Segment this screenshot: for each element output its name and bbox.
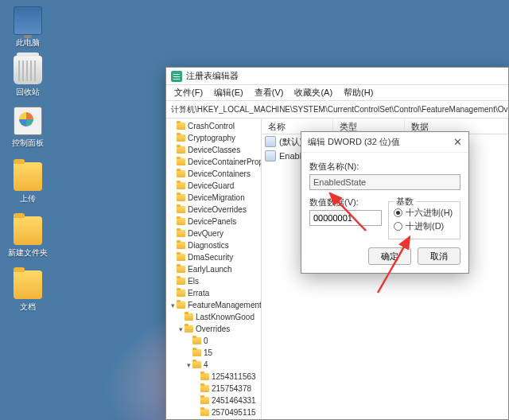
radio-dec[interactable]: 十进制(D) [394,220,455,232]
tree-item[interactable]: ▾4 [166,359,261,371]
desktop-icon-label: 文档 [8,301,48,313]
radio-dec-label: 十进制(D) [406,220,444,232]
tree-item[interactable]: DmaSecurity [166,251,261,263]
tree-label: FeatureManagement [188,301,262,309]
base-legend: 基数 [394,196,416,208]
value-data-label: 数值数据(V): [309,196,382,208]
folder-icon [177,206,185,213]
tree-label: 215754378 [212,384,251,393]
folder-icon [200,409,209,416]
tree-label: 1254311563 [212,372,256,381]
tree-item[interactable]: DeviceMigration [166,192,261,204]
tree-item[interactable]: DeviceClasses [166,144,261,156]
expand-icon[interactable]: ▾ [177,325,185,333]
tree-item[interactable]: DeviceOverrides [166,204,261,216]
registry-tree[interactable]: CrashControlCryptographyDeviceClassesDev… [166,119,262,419]
folder-icon [177,254,185,261]
string-value-icon [265,136,276,147]
window-titlebar[interactable]: 注册表编辑器 [166,68,508,85]
value-data-field[interactable] [309,210,382,226]
tree-item[interactable]: DeviceGuard [166,180,261,192]
tree-label: Errata [188,289,209,298]
tree-label: DeviceOverrides [188,205,247,214]
tree-item[interactable]: CrashControl [166,120,261,132]
pc-icon [14,6,42,35]
dword-value-icon [265,150,276,161]
tree-item[interactable]: DevicePanels [166,216,261,228]
tree-item[interactable]: LastKnownGood [166,311,261,323]
tree-item[interactable]: 0 [166,335,261,347]
cancel-button[interactable]: 取消 [418,247,460,265]
tree-label: DeviceClasses [188,146,240,154]
edit-dword-dialog: 编辑 DWORD (32 位)值 ✕ 数值名称(N): 数值数据(V): 基数 … [301,131,469,274]
menu-bar: 文件(F) 编辑(E) 查看(V) 收藏夹(A) 帮助(H) [166,85,508,101]
folder-icon [177,182,185,189]
tree-label: Overrides [196,325,230,333]
tree-item[interactable]: 1254311563 [166,371,261,383]
menu-view[interactable]: 查看(V) [250,85,289,100]
tree-item[interactable]: 2451464331 [166,395,261,406]
desktop-icon-folder-new[interactable]: 新建文件夹 [8,216,48,259]
tree-label: DeviceContainerPropertyUpda [188,158,262,166]
desktop-icon-pc[interactable]: 此电脑 [8,6,48,49]
tree-item[interactable]: DeviceContainers [166,168,261,180]
tree-label: Els [188,277,199,286]
tree-item[interactable]: DevQuery [166,228,261,239]
tree-label: 2451464331 [212,396,256,405]
desktop-icon-label: 控制面板 [8,138,48,149]
tree-label: 4 [204,360,208,369]
menu-favorites[interactable]: 收藏夹(A) [289,85,337,100]
expand-icon[interactable]: ▾ [185,361,192,369]
tree-label: 0 [204,336,208,345]
folder-icon [177,122,185,130]
folder-icon [14,270,42,299]
tree-item[interactable]: Errata [166,287,261,299]
folder-icon [177,134,185,142]
folder-icon [177,194,185,201]
tree-item[interactable]: 215754378 [166,383,261,395]
tree-item[interactable]: Diagnostics [166,239,261,251]
desktop-icon-recycle[interactable]: 回收站 [8,56,48,98]
folder-icon [177,278,185,285]
desktop-icon-label: 此电脑 [8,37,48,49]
tree-item[interactable]: ▾FeatureManagement [166,299,261,311]
tree-item[interactable]: 15 [166,347,261,359]
tree-item[interactable]: Els [166,275,261,287]
tree-item[interactable]: 2570495115 [166,406,261,418]
menu-file[interactable]: 文件(F) [169,85,208,100]
radio-hex[interactable]: 十六进制(H) [394,207,455,219]
tree-item[interactable]: EarlyLaunch [166,263,261,275]
folder-icon [177,218,185,225]
desktop-icon-control-panel[interactable]: 控制面板 [8,107,48,149]
tree-label: Diagnostics [188,241,229,250]
folder-icon [177,290,185,297]
tree-label: 2570495115 [212,408,256,417]
address-bar[interactable]: 计算机\HKEY_LOCAL_MACHINE\SYSTEM\CurrentCon… [166,101,508,119]
tree-item[interactable]: DeviceContainerPropertyUpda [166,156,261,168]
menu-help[interactable]: 帮助(H) [339,85,378,100]
folder-icon [185,325,193,332]
desktop-icon-label: 回收站 [8,87,48,98]
folder-icon [14,162,42,191]
close-icon[interactable]: ✕ [453,136,462,148]
value-name: (默认) [279,136,302,148]
folder-icon [177,146,185,154]
tree-item[interactable]: ▾Overrides [166,323,261,335]
tree-label: DevicePanels [188,217,236,226]
dialog-titlebar[interactable]: 编辑 DWORD (32 位)值 ✕ [301,132,468,153]
expand-icon[interactable]: ▾ [169,301,177,309]
desktop-icon-folder-upload[interactable]: 上传 [8,162,48,204]
ok-button[interactable]: 确定 [368,247,411,265]
folder-icon [192,361,201,368]
tree-label: DeviceGuard [188,181,234,190]
folder-icon [200,373,209,380]
recycle-bin-icon [14,56,42,84]
desktop-icon-folder-docs[interactable]: 文档 [8,270,48,313]
base-group: 基数 十六进制(H) 十进制(D) [388,201,460,239]
tree-item[interactable]: 275536522 [166,418,261,419]
tree-label: Cryptography [188,134,235,142]
folder-icon [177,242,185,249]
tree-item[interactable]: Cryptography [166,132,261,144]
menu-edit[interactable]: 编辑(E) [209,85,248,100]
tree-label: DeviceContainers [188,169,251,178]
